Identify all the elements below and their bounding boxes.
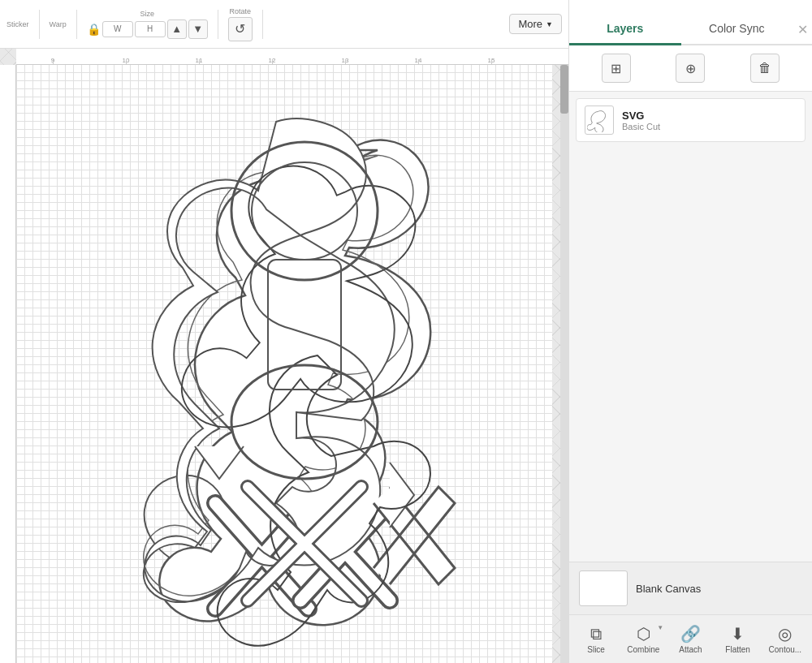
warp-group: Warp <box>50 20 67 28</box>
rotate-btn[interactable]: ↺ <box>228 17 253 41</box>
sticker-group: Sticker <box>6 20 29 28</box>
flatten-label: Flatten <box>725 645 750 654</box>
ruler-top: 9 10 11 12 13 14 15 <box>16 49 568 65</box>
size-up-btn[interactable]: ▲ <box>167 19 187 39</box>
layer-name: SVG <box>622 110 797 122</box>
slice-label: Slice <box>587 645 605 654</box>
contour-label: Contou... <box>769 645 802 654</box>
panel-tabs: Layers Color Sync ✕ <box>569 0 812 45</box>
panel-close-btn[interactable]: ✕ <box>793 22 812 44</box>
tab-layers[interactable]: Layers <box>569 14 681 45</box>
more-chevron-icon: ▼ <box>546 20 553 28</box>
flatten-icon: ⬇ <box>731 624 745 644</box>
more-button[interactable]: More ▼ <box>509 14 562 34</box>
sticker-label: Sticker <box>6 20 29 28</box>
blank-canvas-thumb <box>579 570 628 606</box>
blank-canvas-row[interactable]: Blank Canvas <box>569 562 812 614</box>
size-label: Size <box>140 10 154 18</box>
layer-type: Basic Cut <box>622 122 797 131</box>
tab-color-sync[interactable]: Color Sync <box>681 14 793 45</box>
size-down-btn[interactable]: ▼ <box>188 19 208 39</box>
scrollbar-thumb[interactable] <box>560 65 568 114</box>
sox-logo-svg <box>114 97 463 649</box>
contour-btn[interactable]: ◎ Contou... <box>765 624 806 654</box>
layer-info: SVG Basic Cut <box>622 110 797 131</box>
size-w-input[interactable] <box>102 21 133 37</box>
canvas-area[interactable]: 9 10 11 12 13 14 15 <box>0 49 568 663</box>
blank-canvas-label: Blank Canvas <box>636 583 701 595</box>
attach-label: Attach <box>679 645 702 654</box>
warp-label: Warp <box>50 20 67 28</box>
ruler-left <box>0 65 16 663</box>
panel-bottom-toolbar: ⧉ Slice ⬡ Combine ▼ 🔗 Attach ⬇ Flatten ◎… <box>569 614 812 663</box>
size-group: Size 🔒 ▲ ▼ <box>87 10 208 39</box>
design-canvas[interactable] <box>16 65 552 663</box>
flatten-btn[interactable]: ⬇ Flatten <box>718 624 758 654</box>
combine-icon: ⬡ <box>637 624 650 644</box>
layer-list: SVG Basic Cut <box>569 92 812 562</box>
top-toolbar: Sticker Warp Size 🔒 ▲ ▼ Rotate ↺ More ▼ <box>0 0 568 49</box>
more-label: More <box>518 18 542 30</box>
panel-actions: ⊞ ⊕ 🗑 <box>569 45 812 92</box>
layer-thumb <box>585 105 614 135</box>
rotate-group: Rotate ↺ <box>228 7 253 41</box>
add-action-btn[interactable]: ⊕ <box>676 54 705 83</box>
vertical-scrollbar[interactable] <box>560 65 568 663</box>
right-panel: Layers Color Sync ✕ ⊞ ⊕ 🗑 SVG Basic Cut … <box>568 0 812 663</box>
slice-icon: ⧉ <box>590 625 602 644</box>
grid-action-btn[interactable]: ⊞ <box>602 54 631 83</box>
rotate-label: Rotate <box>229 7 251 15</box>
combine-label: Combine <box>627 645 659 654</box>
attach-btn[interactable]: 🔗 Attach <box>670 624 710 654</box>
contour-icon: ◎ <box>778 624 792 644</box>
attach-icon: 🔗 <box>680 624 701 644</box>
combine-dropdown-arrow: ▼ <box>657 624 663 631</box>
combine-btn[interactable]: ⬡ Combine ▼ <box>623 624 663 654</box>
layer-item-svg[interactable]: SVG Basic Cut <box>576 98 806 142</box>
slice-btn[interactable]: ⧉ Slice <box>576 625 616 654</box>
size-h-input[interactable] <box>135 21 166 37</box>
delete-action-btn[interactable]: 🗑 <box>750 54 780 83</box>
lock-icon[interactable]: 🔒 <box>87 23 101 36</box>
